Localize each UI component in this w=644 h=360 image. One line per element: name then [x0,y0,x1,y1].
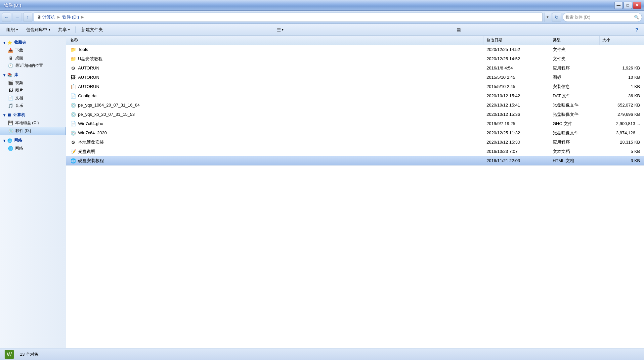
sidebar-item-drive-c[interactable]: 💾 本地磁盘 (C:) [0,119,66,127]
network-label: 网络 [14,138,22,143]
file-type: 光盘映像文件 [550,112,600,117]
table-row[interactable]: 📋AUTORUN2015/5/10 2:45安装信息1 KB [66,82,644,91]
minimize-button[interactable]: — [614,2,623,9]
address-dropdown-button[interactable]: ▼ [544,13,551,22]
file-size: 3 KB [600,158,643,163]
sidebar-item-downloads-label: 下载 [15,48,23,53]
table-row[interactable]: 📁Tools2020/12/25 14:52文件夹 [66,45,644,54]
file-size: 10 KB [600,75,643,80]
file-name: 本地硬盘安装 [78,139,104,145]
sidebar-item-drive-d[interactable]: 💿 软件 (D:) [0,127,66,135]
file-date: 2020/10/12 15:42 [484,93,550,98]
file-type-icon: 💿 [70,112,76,117]
video-icon: 🎬 [8,80,13,86]
sidebar-item-documents-label: 文档 [15,95,23,101]
sidebar-item-documents[interactable]: 📄 文档 [0,94,66,102]
file-name: Win7x64.gho [78,121,103,126]
search-icon[interactable]: 🔍 [634,15,639,20]
sidebar-item-recent[interactable]: 🕐 最近访问的位置 [0,62,66,69]
sidebar-favorites-header[interactable]: ▾ ⭐ 收藏夹 [0,38,66,47]
favorites-arrow-icon: ▾ [3,40,5,45]
view-icon: ☰ [277,27,281,32]
file-date: 2020/10/12 15:36 [484,112,550,117]
favorites-star-icon: ⭐ [7,40,12,45]
sidebar-item-pictures[interactable]: 🖼 图片 [0,87,66,94]
file-name: pe_yqs_xp_20_07_31_15_53 [78,112,135,117]
add-to-library-button[interactable]: 包含到库中 ▾ [22,25,54,34]
file-name: Tools [78,47,88,52]
file-size: 36 KB [600,93,643,98]
file-type: 安装信息 [550,84,600,90]
file-name-cell: 📄Win7x64.gho [67,121,484,127]
table-row[interactable]: 💿pe_yqs_1064_20_07_31_16_042020/10/12 15… [66,101,644,110]
breadcrumb-drive[interactable]: 软件 (D:) [62,14,79,20]
table-row[interactable]: ⚙本地硬盘安装2020/10/12 15:30应用程序28,315 KB [66,138,644,147]
col-header-date[interactable]: 修改日期 [484,36,550,45]
sidebar-item-video[interactable]: 🎬 视频 [0,79,66,87]
table-row[interactable]: 💿pe_yqs_xp_20_07_31_15_532020/10/12 15:3… [66,110,644,119]
help-button[interactable]: ? [632,25,641,34]
col-header-name[interactable]: 名称 [67,36,484,45]
file-type-icon: 📁 [70,47,76,53]
file-date: 2016/11/21 22:03 [484,158,550,163]
up-button[interactable]: ↑ [23,13,32,22]
sidebar-item-network[interactable]: 🌐 网络 [0,145,66,152]
file-date: 2015/5/10 2:45 [484,84,550,89]
table-row[interactable]: 📝光盘说明2016/10/23 7:07文本文档5 KB [66,147,644,156]
refresh-button[interactable]: ↻ [552,13,561,22]
table-row[interactable]: ⚙AUTORUN2016/1/8 4:54应用程序1,926 KB [66,64,644,73]
close-button[interactable]: ✕ [633,2,641,9]
downloads-icon: 📥 [8,48,13,53]
computer-pc-icon: 🖥 [7,113,11,117]
file-type-icon: 📋 [70,84,76,90]
view-dropdown-icon: ▾ [282,28,283,31]
library-label: 库 [14,72,18,78]
file-type-icon: 📝 [70,149,76,155]
sidebar-item-downloads[interactable]: 📥 下载 [0,47,66,54]
file-list-header: 名称 修改日期 类型 大小 [66,36,644,45]
drive-c-icon: 💾 [8,120,13,126]
table-row[interactable]: 🌐硬盘安装教程2016/11/21 22:03HTML 文档3 KB [66,156,644,165]
file-type: DAT 文件 [550,93,600,99]
add-to-library-label: 包含到库中 [26,27,47,33]
file-name: 硬盘安装教程 [78,158,104,164]
col-header-type[interactable]: 类型 [550,36,600,45]
file-name: AUTORUN [78,84,99,89]
sidebar-computer-header[interactable]: ▾ 🖥 计算机 [0,111,66,119]
add-to-library-dropdown-icon: ▾ [49,28,50,31]
file-type-icon: ⚙ [70,139,76,145]
sidebar-item-music-label: 音乐 [15,103,23,109]
sidebar-item-music[interactable]: 🎵 音乐 [0,102,66,110]
search-input[interactable] [566,15,633,20]
forward-button[interactable]: → [13,13,22,22]
file-name: Win7x64_2020 [78,130,107,135]
organize-button[interactable]: 组织 ▾ [3,25,21,34]
file-name-cell: 📁U盘安装教程 [67,56,484,62]
titlebar: 软件 (D:) — □ ✕ [0,0,644,11]
file-date: 2020/12/25 14:52 [484,47,550,52]
sidebar-item-desktop[interactable]: 🖥 桌面 [0,54,66,62]
file-date: 2019/9/7 19:25 [484,121,550,126]
sidebar-network-header[interactable]: ▾ 🌐 网络 [0,136,66,145]
maximize-button[interactable]: □ [623,2,632,9]
preview-pane-button[interactable]: ▤ [454,25,463,34]
table-row[interactable]: 📄Config.dat2020/10/12 15:42DAT 文件36 KB [66,91,644,101]
col-header-size[interactable]: 大小 [600,36,643,45]
table-row[interactable]: 🖼AUTORUN2015/5/10 2:45图标10 KB [66,73,644,82]
table-row[interactable]: 📄Win7x64.gho2019/9/7 19:25GHO 文件2,900,81… [66,119,644,128]
table-row[interactable]: 📁U盘安装教程2020/12/25 14:52文件夹 [66,54,644,64]
back-button[interactable]: ← [2,13,11,22]
file-name-cell: 📄Config.dat [67,93,484,99]
breadcrumb-computer[interactable]: 计算机 [42,14,55,20]
file-date: 2015/5/10 2:45 [484,75,550,80]
share-button[interactable]: 共享 ▾ [55,25,73,34]
sidebar-library-header[interactable]: ▾ 📚 库 [0,71,66,79]
table-row[interactable]: 💿Win7x64_20202020/12/25 11:32光盘映像文件3,874… [66,128,644,138]
view-options-button[interactable]: ☰ ▾ [276,25,285,34]
file-name: AUTORUN [78,75,99,80]
file-date: 2016/10/23 7:07 [484,149,550,154]
new-folder-button[interactable]: 新建文件夹 [78,25,107,34]
new-folder-label: 新建文件夹 [81,27,103,33]
breadcrumb-bar: 🖥 计算机 ► 软件 (D:) ► [34,13,543,22]
file-name-cell: 📋AUTORUN [67,84,484,90]
